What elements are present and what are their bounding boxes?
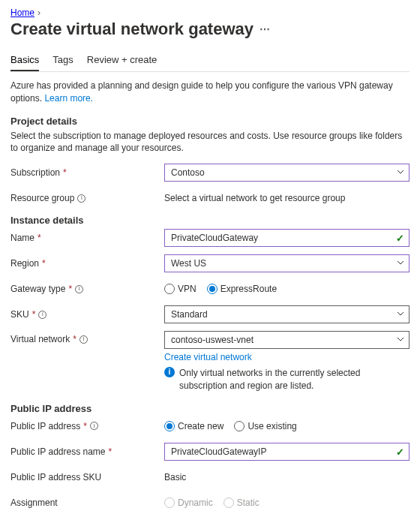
vnet-info-note: i Only virtual networks in the currently…	[164, 367, 410, 392]
gateway-type-label: Gateway type* i	[10, 284, 164, 294]
name-label: Name*	[10, 233, 164, 243]
assignment-dynamic-radio: Dynamic	[164, 497, 213, 508]
vnet-select[interactable]: contoso-uswest-vnet	[164, 331, 410, 349]
publicip-sku-label: Public IP address SKU	[10, 472, 164, 482]
create-vnet-link[interactable]: Create virtual network	[164, 352, 410, 362]
info-icon[interactable]: i	[77, 194, 86, 203]
region-select[interactable]: West US	[164, 254, 410, 272]
breadcrumb: Home ›	[10, 8, 410, 18]
section-project-desc: Select the subscription to manage deploy…	[10, 130, 410, 155]
vnet-label: Virtual network* i	[10, 331, 164, 344]
gateway-type-vpn-radio[interactable]: VPN	[164, 284, 196, 294]
breadcrumb-home[interactable]: Home	[10, 8, 34, 18]
info-badge-icon: i	[164, 367, 175, 377]
publicip-useexisting-radio[interactable]: Use existing	[234, 421, 296, 431]
subscription-select[interactable]: Contoso	[164, 164, 410, 182]
section-publicip-title: Public IP address	[10, 403, 410, 414]
section-project-title: Project details	[10, 116, 410, 127]
tab-basics[interactable]: Basics	[10, 50, 39, 71]
sku-label: SKU* i	[10, 309, 164, 320]
publicip-createnew-radio[interactable]: Create new	[164, 421, 224, 431]
region-label: Region*	[10, 258, 164, 269]
info-icon[interactable]: i	[90, 422, 98, 430]
chevron-right-icon: ›	[38, 8, 40, 18]
check-icon: ✓	[396, 446, 404, 457]
page-title: Create virtual network gateway ⋯	[10, 20, 410, 39]
publicip-name-input[interactable]: PrivateCloudGatewayIP ✓	[164, 443, 410, 461]
learn-more-link[interactable]: Learn more.	[44, 93, 93, 104]
tabs: Basics Tags Review + create	[10, 50, 410, 72]
tab-review[interactable]: Review + create	[87, 50, 158, 71]
gateway-type-expressroute-radio[interactable]: ExpressRoute	[207, 284, 277, 294]
resource-group-text: Select a virtual network to get resource…	[164, 193, 345, 203]
name-input[interactable]: PrivateCloudGateway ✓	[164, 229, 410, 247]
info-icon[interactable]: i	[75, 285, 83, 293]
info-icon[interactable]: i	[38, 311, 46, 319]
subscription-label: Subscription*	[10, 167, 164, 178]
chevron-down-icon	[397, 167, 404, 178]
publicip-address-label: Public IP address* i	[10, 421, 164, 431]
publicip-name-label: Public IP address name*	[10, 446, 164, 457]
info-icon[interactable]: i	[80, 335, 88, 344]
resource-group-label: Resource group i	[10, 193, 164, 203]
assignment-label: Assignment	[10, 497, 164, 508]
chevron-down-icon	[397, 309, 404, 320]
check-icon: ✓	[396, 233, 404, 244]
assignment-static-radio: Static	[224, 497, 260, 508]
more-icon[interactable]: ⋯	[260, 23, 270, 35]
chevron-down-icon	[397, 335, 404, 345]
section-instance-title: Instance details	[10, 215, 410, 226]
chevron-down-icon	[397, 258, 404, 269]
tab-tags[interactable]: Tags	[52, 50, 73, 71]
intro-text: Azure has provided a planning and design…	[10, 80, 410, 105]
sku-select[interactable]: Standard	[164, 305, 410, 323]
publicip-sku-value: Basic	[164, 472, 186, 482]
